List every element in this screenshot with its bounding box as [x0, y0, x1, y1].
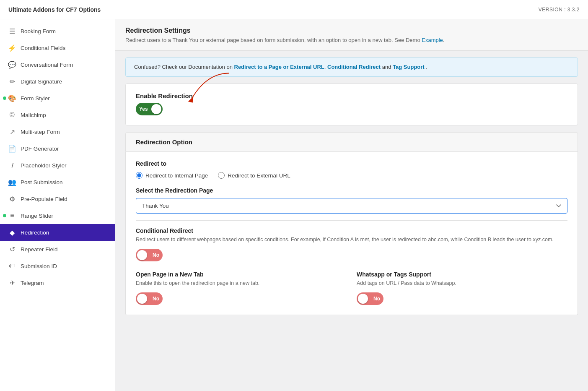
sidebar-icon-multi-step-form: ↗ — [8, 128, 16, 136]
sidebar-icon-submission-id: 🏷 — [8, 262, 16, 270]
demo-example-link[interactable]: Example — [422, 37, 443, 43]
open-new-tab-section: Open Page in a New Tab Enable this to op… — [136, 271, 347, 306]
sidebar-label-redirection: Redirection — [21, 229, 49, 236]
toggle-knob — [151, 104, 161, 114]
conditional-redirect-title: Conditional Redirect — [136, 227, 567, 234]
open-new-tab-toggle[interactable]: No — [136, 292, 163, 305]
open-new-tab-desc: Enable this to open the redirection page… — [136, 279, 347, 287]
sidebar-label-repeater-field: Repeater Field — [21, 246, 58, 253]
sidebar-icon-post-submission: 👥 — [8, 178, 16, 186]
enable-redirection-row: Enable Redirection — [136, 92, 567, 99]
sidebar-label-multi-step-form: Multi-step Form — [21, 129, 60, 135]
sidebar-icon-conversational-form: 💬 — [8, 60, 16, 69]
sidebar-item-digital-signature[interactable]: ✏ Digital Signature — [0, 73, 115, 90]
version-label: VERSION : 3.3.2 — [539, 7, 580, 13]
sidebar-label-range-slider: Range Slider — [21, 213, 53, 219]
sidebar-item-telegram[interactable]: ✈ Telegram — [0, 274, 115, 291]
sidebar-item-post-submission[interactable]: 👥 Post Submission — [0, 174, 115, 190]
toggle-annotation: Yes — [136, 103, 163, 117]
sidebar-label-submission-id: Submission ID — [21, 263, 57, 269]
open-new-tab-title: Open Page in a New Tab — [136, 271, 347, 278]
sidebar-label-placeholder-styler: Placeholder Styler — [21, 162, 67, 169]
sidebar-item-form-styler[interactable]: 🎨 Form Styler — [0, 90, 115, 107]
redirection-page-select[interactable]: Thank You Home Contact About — [136, 198, 567, 214]
whatsapp-support-title: Whatsapp or Tags Support — [357, 271, 567, 278]
redirection-option-body: Redirect to Redirect to Internal Page Re… — [125, 152, 578, 315]
main-content: Redirection Settings Redirect users to a… — [115, 19, 588, 391]
open-new-tab-toggle-label: No — [153, 296, 159, 302]
doc-link-redirect-page[interactable]: Redirect to a Page or External URL — [234, 64, 324, 70]
radio-internal-label: Redirect to Internal Page — [145, 172, 208, 179]
conditional-redirect-section: Conditional Redirect Redirect users to d… — [136, 227, 567, 263]
info-banner: Confused? Check our Documentation on Red… — [125, 57, 578, 77]
enable-redirection-label: Enable Redirection — [136, 92, 193, 99]
sidebar-icon-pdf-generator: 📄 — [8, 144, 16, 153]
radio-internal-page[interactable]: Redirect to Internal Page — [136, 172, 208, 179]
sidebar-label-conditional-fields: Conditional Fields — [21, 45, 65, 51]
doc-link-tag-support[interactable]: Tag Support — [393, 64, 425, 70]
sidebar-label-digital-signature: Digital Signature — [21, 78, 62, 85]
toggle-yes-label: Yes — [139, 106, 148, 112]
conditional-redirect-knob — [137, 250, 147, 260]
redirect-radio-group: Redirect to Internal Page Redirect to Ex… — [136, 172, 567, 179]
sidebar-item-submission-id[interactable]: 🏷 Submission ID — [0, 258, 115, 274]
main-layout: ☰ Booking Form ⚡ Conditional Fields 💬 Co… — [0, 19, 588, 391]
two-col-section: Open Page in a New Tab Enable this to op… — [136, 271, 567, 306]
enable-redirection-block: Enable Redirection Yes — [125, 83, 578, 125]
enable-redirection-toggle[interactable]: Yes — [136, 103, 163, 115]
sidebar-icon-digital-signature: ✏ — [8, 77, 16, 86]
sidebar-item-pdf-generator[interactable]: 📄 PDF Generator — [0, 140, 115, 157]
sidebar-item-repeater-field[interactable]: ↺ Repeater Field — [0, 241, 115, 258]
sidebar-item-conditional-fields[interactable]: ⚡ Conditional Fields — [0, 39, 115, 56]
redirection-option-header: Redirection Option — [125, 132, 578, 152]
sidebar-item-pre-populate-field[interactable]: ⚙ Pre-Populate Field — [0, 190, 115, 207]
radio-external-label: Redirect to External URL — [228, 172, 290, 179]
section-header: Redirection Settings Redirect users to a… — [115, 19, 588, 51]
whatsapp-support-toggle-label: No — [373, 296, 380, 302]
sidebar-label-telegram: Telegram — [21, 280, 44, 286]
sidebar-icon-repeater-field: ↺ — [8, 245, 16, 253]
enable-redirection-toggle-wrap[interactable]: Yes — [136, 103, 163, 115]
sidebar-icon-booking-form: ☰ — [8, 27, 16, 35]
top-bar: Ultimate Addons for CF7 Options VERSION … — [0, 0, 588, 19]
sidebar-item-mailchimp[interactable]: © Mailchimp — [0, 107, 115, 123]
sidebar: ☰ Booking Form ⚡ Conditional Fields 💬 Co… — [0, 19, 115, 391]
select-page-label: Select the Redirection Page — [136, 187, 567, 194]
sidebar-icon-form-styler: 🎨 — [8, 94, 16, 102]
divider-1 — [136, 220, 567, 221]
whatsapp-support-desc: Add tags on URL / Pass data to Whatsapp. — [357, 279, 567, 287]
sidebar-icon-placeholder-styler: 𝐼 — [8, 161, 16, 169]
sidebar-label-mailchimp: Mailchimp — [21, 112, 46, 118]
sidebar-item-range-slider[interactable]: ≡ Range Slider — [0, 207, 115, 224]
radio-external-input[interactable] — [218, 172, 225, 179]
section-desc: Redirect users to a Thank You or externa… — [125, 36, 578, 44]
whatsapp-support-section: Whatsapp or Tags Support Add tags on URL… — [357, 271, 567, 306]
conditional-redirect-toggle-label: No — [153, 252, 159, 258]
whatsapp-support-knob — [358, 294, 368, 304]
conditional-redirect-desc: Redirect users to different webpages bas… — [136, 236, 567, 244]
sidebar-icon-telegram: ✈ — [8, 279, 16, 287]
app-title: Ultimate Addons for CF7 Options — [8, 6, 101, 13]
sidebar-icon-redirection: ◆ — [8, 228, 16, 237]
sidebar-item-placeholder-styler[interactable]: 𝐼 Placeholder Styler — [0, 157, 115, 174]
sidebar-item-multi-step-form[interactable]: ↗ Multi-step Form — [0, 123, 115, 140]
open-new-tab-knob — [137, 294, 147, 304]
sidebar-label-conversational-form: Conversational Form — [21, 62, 73, 68]
sidebar-label-pre-populate-field: Pre-Populate Field — [21, 196, 67, 202]
sidebar-icon-pre-populate-field: ⚙ — [8, 195, 16, 203]
sidebar-item-conversational-form[interactable]: 💬 Conversational Form — [0, 56, 115, 73]
sidebar-label-booking-form: Booking Form — [21, 28, 56, 34]
section-title: Redirection Settings — [125, 27, 578, 34]
sidebar-icon-conditional-fields: ⚡ — [8, 44, 16, 52]
sidebar-label-post-submission: Post Submission — [21, 179, 63, 185]
whatsapp-support-toggle[interactable]: No — [357, 292, 383, 305]
sidebar-label-pdf-generator: PDF Generator — [21, 146, 59, 152]
redirection-option-title: Redirection Option — [136, 138, 567, 146]
sidebar-item-booking-form[interactable]: ☰ Booking Form — [0, 23, 115, 39]
radio-external-url[interactable]: Redirect to External URL — [218, 172, 290, 179]
radio-internal-input[interactable] — [136, 172, 142, 179]
sidebar-label-form-styler: Form Styler — [21, 95, 50, 102]
sidebar-item-redirection[interactable]: ◆ Redirection — [0, 224, 115, 241]
doc-link-conditional-redirect[interactable]: Conditional Redirect — [327, 64, 381, 70]
conditional-redirect-toggle[interactable]: No — [136, 249, 163, 261]
